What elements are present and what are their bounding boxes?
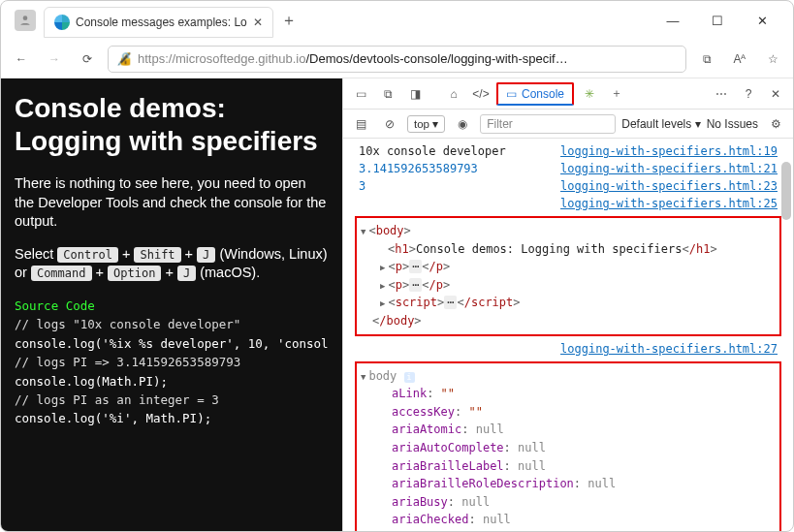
dock-icon[interactable]: ◨ xyxy=(403,82,427,106)
source-link[interactable]: logging-with-specifiers.html:21 xyxy=(560,162,778,175)
expand-toggle[interactable]: <p>⋯</p> xyxy=(361,276,776,295)
tab-title: Console messages examples: Lo xyxy=(76,16,247,29)
new-tab-button[interactable]: ＋ xyxy=(281,11,297,31)
devtools-panel: ▭ ⧉ ◨ ⌂ </> ▭ Console ✳ ＋ ⋯ ? ✕ ▤ ⊘ top … xyxy=(342,78,793,531)
context-selector[interactable]: top ▾ xyxy=(407,115,445,133)
code-line: console.log('%ix %s developer', 10, 'con… xyxy=(15,334,329,353)
console-tab[interactable]: ▭ Console xyxy=(496,82,574,106)
devtools-more-icon[interactable]: ⋯ xyxy=(710,82,733,106)
address-bar[interactable]: 🔏 https://microsoftedge.github.io/Demos/… xyxy=(108,46,686,73)
reload-button[interactable]: ⟳ xyxy=(75,47,100,72)
console-row: logging-with-specifiers.html:27 xyxy=(343,340,793,358)
info-icon[interactable]: i xyxy=(404,372,415,383)
source-link[interactable]: logging-with-specifiers.html:19 xyxy=(560,144,778,158)
kbd-shift: Shift xyxy=(134,247,180,263)
code-line: console.log(Math.PI); xyxy=(15,372,329,391)
object-property: ariaColCount: null xyxy=(361,529,776,531)
console-value: 3.141592653589793 xyxy=(359,162,478,175)
back-button[interactable]: ← xyxy=(9,47,34,72)
console-output: 10x console developer logging-with-speci… xyxy=(343,139,793,531)
nav-toolbar: ← → ⟳ 🔏 https://microsoftedge.github.io/… xyxy=(1,40,793,78)
edge-icon xyxy=(54,15,70,30)
object-property: ariaBrailleRoleDescription: null xyxy=(361,475,776,493)
site-info-icon[interactable]: 🔏 xyxy=(116,51,132,66)
read-aloud-button[interactable]: Aᴬ xyxy=(727,47,752,72)
welcome-tab-icon[interactable]: ⌂ xyxy=(442,82,465,106)
web-page: Console demos: Logging with specifiers T… xyxy=(1,78,342,531)
expand-toggle[interactable]: <script>⋯</script> xyxy=(361,294,776,312)
source-link[interactable]: logging-with-specifiers.html:25 xyxy=(560,197,778,210)
object-property: ariaAtomic: null xyxy=(361,421,776,439)
console-value: 3 xyxy=(359,179,365,193)
profile-avatar[interactable] xyxy=(15,10,36,31)
device-toolbar-icon[interactable]: ⧉ xyxy=(376,82,399,106)
minimize-button[interactable]: — xyxy=(659,14,686,28)
object-property: ariaBrailleLabel: null xyxy=(361,457,776,476)
console-sidebar-toggle[interactable]: ▤ xyxy=(349,112,372,136)
code-line: // logs "10x console developer" xyxy=(15,315,329,333)
titlebar: Console messages examples: Lo ✕ ＋ — ☐ ✕ xyxy=(1,1,793,40)
object-property: ariaChecked: null xyxy=(361,511,776,529)
collections-button[interactable]: ⧉ xyxy=(694,47,719,72)
console-filter-input[interactable]: Filter xyxy=(480,114,616,134)
console-icon: ▭ xyxy=(506,87,517,101)
maximize-button[interactable]: ☐ xyxy=(704,14,731,28)
console-row: 10x console developer logging-with-speci… xyxy=(343,142,793,160)
source-link[interactable]: logging-with-specifiers.html:23 xyxy=(560,179,778,193)
inspect-icon[interactable]: ▭ xyxy=(349,82,372,106)
window-controls: — ☐ ✕ xyxy=(659,14,787,28)
devtools-help-icon[interactable]: ? xyxy=(737,82,760,106)
console-row: 3.141592653589793 logging-with-specifier… xyxy=(343,160,793,177)
console-settings-icon[interactable]: ⚙ xyxy=(764,112,787,136)
object-property: aLink: "" xyxy=(361,385,776,403)
object-dump-output[interactable]: body i aLink: ""accessKey: ""ariaAtomic:… xyxy=(355,361,781,531)
content-area: Console demos: Logging with specifiers T… xyxy=(1,78,793,531)
log-levels-dropdown[interactable]: Default levels ▾ xyxy=(621,117,700,131)
dom-node-output[interactable]: <body> <h1>Console demos: Logging with s… xyxy=(355,216,781,336)
source-link[interactable]: logging-with-specifiers.html:27 xyxy=(560,342,778,356)
page-paragraph-1: There is nothing to see here, you need t… xyxy=(15,174,329,232)
favorite-button[interactable]: ☆ xyxy=(760,47,785,72)
code-title: Source Code xyxy=(15,297,329,315)
sources-tab-icon[interactable]: ✳ xyxy=(578,82,601,106)
url-host: https://microsoftedge.github.io xyxy=(138,51,305,66)
page-paragraph-2: Select Control + Shift + J (Windows, Lin… xyxy=(15,245,329,283)
code-line: // logs PI as an integer = 3 xyxy=(15,391,329,409)
kbd-option: Option xyxy=(108,266,161,281)
kbd-j2: J xyxy=(177,266,196,281)
expand-toggle[interactable]: <body> xyxy=(361,222,776,240)
console-value: 10x console developer xyxy=(359,144,506,158)
close-window-button[interactable]: ✕ xyxy=(748,14,776,28)
page-heading: Console demos: Logging with specifiers xyxy=(15,92,329,157)
devtools-tabbar: ▭ ⧉ ◨ ⌂ </> ▭ Console ✳ ＋ ⋯ ? ✕ xyxy=(343,78,793,110)
kbd-j: J xyxy=(197,247,215,263)
elements-tab-icon[interactable]: </> xyxy=(469,82,492,106)
object-property: ariaBusy: null xyxy=(361,493,776,512)
console-toolbar: ▤ ⊘ top ▾ ◉ Filter Default levels ▾ No I… xyxy=(343,110,793,139)
source-code-block: Source Code // logs "10x console develop… xyxy=(15,297,329,428)
url-path: /Demos/devtools-console/logging-with-spe… xyxy=(305,51,567,66)
console-row: 3 logging-with-specifiers.html:23 xyxy=(343,177,793,195)
kbd-control: Control xyxy=(57,247,118,263)
tab-close-icon[interactable]: ✕ xyxy=(253,16,263,29)
forward-button: → xyxy=(42,47,67,72)
devtools-close-icon[interactable]: ✕ xyxy=(764,82,787,106)
live-expression-button[interactable]: ◉ xyxy=(451,112,474,136)
browser-tab[interactable]: Console messages examples: Lo ✕ xyxy=(44,7,273,38)
issues-indicator[interactable]: No Issues xyxy=(707,117,758,131)
code-line: console.log('%i', Math.PI); xyxy=(15,409,329,427)
clear-console-button[interactable]: ⊘ xyxy=(378,112,401,136)
expand-toggle[interactable]: body i xyxy=(361,367,776,386)
expand-toggle[interactable]: <p>⋯</p> xyxy=(361,258,776,276)
more-tabs-button[interactable]: ＋ xyxy=(605,82,628,106)
object-property: accessKey: "" xyxy=(361,403,776,422)
kbd-command: Command xyxy=(31,266,92,281)
svg-point-0 xyxy=(23,16,28,20)
console-tab-label: Console xyxy=(522,87,564,101)
code-line: // logs PI => 3.141592653589793 xyxy=(15,353,329,371)
console-row: logging-with-specifiers.html:25 xyxy=(343,195,793,212)
object-property: ariaAutoComplete: null xyxy=(361,439,776,457)
